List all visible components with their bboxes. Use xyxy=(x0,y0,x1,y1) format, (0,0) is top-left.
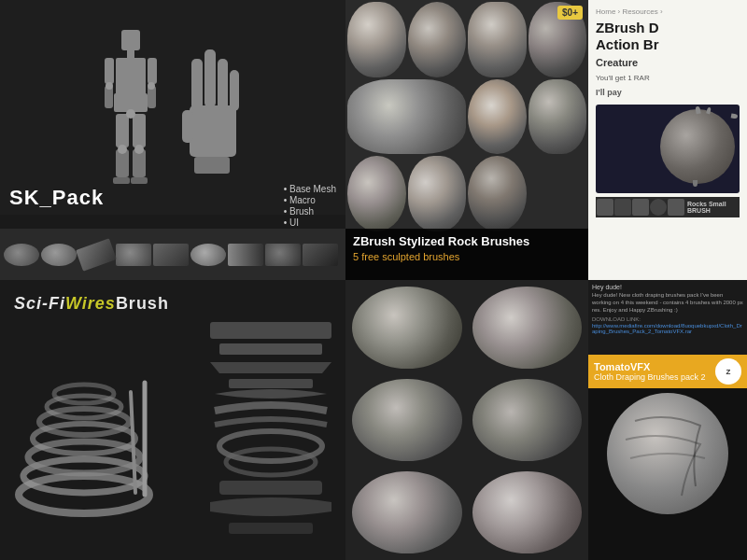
brush-item xyxy=(190,244,226,266)
scifi-title-part3: Brush xyxy=(116,294,169,313)
bottom-sphere xyxy=(352,287,462,369)
svg-rect-40 xyxy=(219,481,322,495)
rock-spheres-grid xyxy=(345,0,588,233)
svg-rect-37 xyxy=(229,379,313,388)
price-badge: $0+ xyxy=(557,6,583,20)
rock-sphere xyxy=(408,156,467,231)
svg-point-18 xyxy=(134,145,144,154)
bottom-spheres-grid xyxy=(345,280,588,560)
tomato-product-name: Cloth Draping Brushes xyxy=(594,372,679,382)
svg-rect-1 xyxy=(127,50,134,58)
scifi-title: Sci-FiWiresBrush xyxy=(14,294,169,314)
tomato-screenshot: Hey dude! Hey dude! New cloth draping br… xyxy=(588,280,747,355)
wire-coil-icon xyxy=(9,364,159,551)
mini-brush xyxy=(668,199,684,216)
spiky-sphere xyxy=(660,109,735,184)
sk-pack-cell: SK_Pack • Base Mesh • Macro • Brush • UI xyxy=(0,0,345,280)
svg-rect-8 xyxy=(116,114,129,147)
bottom-sphere xyxy=(472,287,583,369)
rocks-brush-strip: Rocks Small BRUSH xyxy=(596,197,740,217)
svg-rect-5 xyxy=(148,58,157,84)
brush-item xyxy=(153,244,189,266)
sk-pack-features: • Base Mesh • Macro • Brush • UI xyxy=(284,183,336,229)
zbrush-screenshot xyxy=(596,105,740,193)
svg-rect-41 xyxy=(229,523,313,534)
tomato-pack-number: pack 2 xyxy=(681,372,706,382)
svg-rect-36 xyxy=(219,343,322,355)
product-image-area: Rocks Small BRUSH xyxy=(596,105,740,254)
rock-sphere xyxy=(347,156,406,231)
brush-item xyxy=(116,244,151,266)
tomato-info: Hey dude! New cloth draping brushes pack… xyxy=(592,292,743,314)
tomato-header: TomatoVFX Cloth Draping Brushes pack 2 Z xyxy=(588,355,747,388)
svg-rect-4 xyxy=(105,58,114,84)
rock-bottom-cell xyxy=(345,280,588,560)
rock-sphere xyxy=(529,79,587,155)
brush-item xyxy=(228,244,263,266)
svg-point-15 xyxy=(106,82,113,90)
sk-pack-brush-strip xyxy=(0,229,345,280)
svg-rect-25 xyxy=(194,157,230,174)
rock-sphere xyxy=(468,2,527,77)
rock-brushes-cell: $0+ ZBrush Stylized Rock Brushes 5 free … xyxy=(345,0,588,280)
cloth-sphere xyxy=(607,393,728,514)
bottom-sphere xyxy=(352,379,462,461)
rock-sphere xyxy=(408,2,467,77)
you-get-text: You'll get 1 RAR xyxy=(596,74,740,82)
tomato-logo-text: TomatoVFX xyxy=(594,361,706,372)
rock-brushes-subtitle: 5 free sculpted brushes xyxy=(353,251,581,262)
scifi-title-part2: Wires xyxy=(65,294,116,313)
product-creature: Creature xyxy=(596,57,638,68)
rock-brushes-title: ZBrush Stylized Rock Brushes xyxy=(353,234,581,248)
rock-brushes-label-bar: ZBrush Stylized Rock Brushes 5 free scul… xyxy=(345,229,588,280)
mini-brush xyxy=(614,199,631,216)
sk-pack-title: SK_Pack xyxy=(9,186,104,210)
svg-line-34 xyxy=(131,392,135,493)
product-page-cell: Home › Resources › ZBrush D Action Br Cr… xyxy=(588,0,747,280)
svg-point-16 xyxy=(148,82,155,90)
svg-point-17 xyxy=(118,145,127,154)
breadcrumb: Home › Resources › xyxy=(596,7,740,16)
svg-rect-23 xyxy=(218,59,228,110)
cloth-lines xyxy=(607,393,728,514)
rock-sphere-wide xyxy=(347,79,466,155)
hand-figure-icon xyxy=(180,40,246,175)
rock-sphere xyxy=(468,79,527,155)
svg-rect-13 xyxy=(131,177,148,184)
zbrush-logo-text: Z xyxy=(726,368,731,376)
mini-brush xyxy=(597,199,613,216)
svg-rect-9 xyxy=(133,114,146,147)
brush-item xyxy=(303,244,338,266)
svg-rect-12 xyxy=(113,177,130,184)
tomato-screenshot-text: Hey dude! xyxy=(592,284,743,290)
tomato-link: http://www.mediafire.com/download/8uoque… xyxy=(592,323,743,334)
svg-rect-35 xyxy=(210,322,331,339)
mini-brush xyxy=(632,199,649,216)
scifi-title-part1: Sci-Fi xyxy=(14,294,65,313)
svg-rect-22 xyxy=(204,49,216,107)
scifi-brushes-icon xyxy=(201,317,341,541)
main-grid: SK_Pack • Base Mesh • Macro • Brush • UI… xyxy=(0,0,747,560)
svg-rect-20 xyxy=(182,110,193,143)
female-figure-icon xyxy=(101,28,162,187)
svg-rect-21 xyxy=(191,59,203,110)
tomato-cell: Hey dude! Hey dude! New cloth draping br… xyxy=(588,280,747,560)
bottom-sphere xyxy=(352,471,462,553)
zbrush-logo: Z xyxy=(715,358,741,385)
brush-item xyxy=(76,238,117,272)
scifi-cell: Sci-FiWiresBrush xyxy=(0,280,345,560)
svg-rect-24 xyxy=(230,70,239,111)
svg-point-14 xyxy=(126,109,135,119)
bottom-sphere xyxy=(472,379,583,461)
rock-sphere xyxy=(468,156,527,231)
ill-pay-text: I'll pay xyxy=(596,88,740,97)
rocks-small-label: Rocks Small BRUSH xyxy=(685,201,739,214)
svg-rect-0 xyxy=(121,30,140,50)
tomato-sphere-area xyxy=(588,388,747,519)
product-title: ZBrush D Action Br Creature xyxy=(596,20,740,70)
mini-brush xyxy=(650,199,667,216)
svg-rect-19 xyxy=(190,105,236,157)
brush-item xyxy=(265,244,301,266)
brush-item xyxy=(41,244,77,266)
bottom-sphere xyxy=(472,471,583,553)
